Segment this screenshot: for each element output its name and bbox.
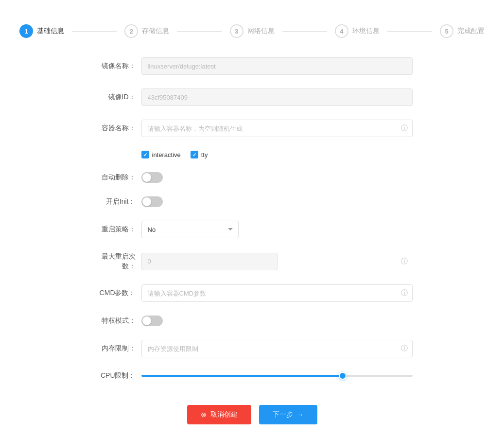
- cmd-input-wrapper: ⓘ: [141, 284, 413, 302]
- restart-policy-row: 重启策略： No always on-failure unless-stoppe…: [92, 221, 413, 238]
- checkbox-row: ✓ interactive ✓ tty: [141, 151, 413, 158]
- checkmark-interactive: ✓: [143, 152, 147, 158]
- stepper: 1 基础信息 2 存储信息 3 网络信息 4 环境信息: [0, 15, 504, 57]
- checkmark-tty: ✓: [192, 152, 196, 158]
- image-id-input[interactable]: [141, 88, 413, 106]
- step-1-circle: 1: [19, 24, 33, 38]
- init-toggle[interactable]: [141, 196, 163, 207]
- cpu-limit-row: CPU限制：: [92, 371, 413, 381]
- step-4: 4 环境信息: [335, 24, 380, 38]
- checkbox-interactive[interactable]: ✓ interactive: [141, 151, 181, 158]
- restart-policy-field: No always on-failure unless-stopped: [141, 221, 413, 238]
- button-row: ⊗ 取消创建 下一步 →: [0, 405, 504, 438]
- auto-delete-toggle[interactable]: [141, 172, 163, 183]
- memory-limit-label: 内存限制：: [92, 344, 136, 353]
- restart-policy-label: 重启策略：: [92, 225, 136, 234]
- info-icon-max-restart: ⓘ: [401, 257, 408, 266]
- step-3: 3 网络信息: [230, 24, 275, 38]
- image-name-input[interactable]: [141, 57, 413, 75]
- memory-limit-input-wrapper: ⓘ: [141, 340, 413, 357]
- max-restart-input-wrapper: ⓘ: [141, 253, 413, 270]
- step-4-circle: 4: [335, 24, 348, 38]
- cpu-limit-field: [141, 375, 413, 377]
- cancel-icon: ⊗: [201, 411, 207, 419]
- cpu-limit-label: CPU限制：: [92, 371, 136, 381]
- step-line-3: [282, 31, 327, 32]
- memory-limit-row: 内存限制： ⓘ: [92, 340, 413, 357]
- step-3-label: 网络信息: [247, 27, 275, 35]
- cmd-label: CMD参数：: [92, 288, 136, 298]
- memory-limit-input[interactable]: [141, 340, 413, 357]
- cpu-limit-slider[interactable]: [141, 375, 413, 377]
- next-button[interactable]: 下一步 →: [259, 405, 317, 424]
- container-name-label: 容器名称：: [92, 123, 136, 133]
- step-3-circle: 3: [230, 24, 243, 38]
- page-container: 1 基础信息 2 存储信息 3 网络信息 4 环境信息: [0, 0, 504, 438]
- step-2: 2 存储信息: [124, 24, 169, 38]
- checkbox-tty-box: ✓: [191, 151, 198, 158]
- privileged-label: 特权模式：: [92, 316, 136, 326]
- image-id-row: 镜像ID：: [92, 88, 413, 106]
- image-id-field: [141, 88, 413, 106]
- step-1-label: 基础信息: [37, 27, 64, 35]
- max-restart-row: 最大重启次数： ⓘ: [92, 252, 413, 271]
- next-label: 下一步: [273, 410, 293, 419]
- max-restart-field: ⓘ: [141, 253, 413, 270]
- checkbox-interactive-label: interactive: [152, 151, 181, 158]
- step-4-label: 环境信息: [352, 27, 380, 35]
- cancel-button[interactable]: ⊗ 取消创建: [187, 405, 251, 424]
- auto-delete-field: [141, 172, 413, 183]
- max-restart-input[interactable]: [141, 253, 278, 270]
- cmd-field: ⓘ: [141, 284, 413, 302]
- step-2-circle: 2: [124, 24, 138, 38]
- step-line-4: [387, 31, 432, 32]
- cmd-row: CMD参数： ⓘ: [92, 284, 413, 302]
- privileged-row: 特权模式：: [92, 315, 413, 326]
- restart-policy-select[interactable]: No always on-failure unless-stopped: [141, 221, 239, 238]
- checkbox-tty[interactable]: ✓ tty: [191, 151, 208, 158]
- container-name-field: ⓘ: [141, 120, 413, 137]
- step-5-circle: 5: [440, 24, 453, 38]
- checkbox-tty-label: tty: [201, 151, 208, 158]
- memory-limit-field: ⓘ: [141, 340, 413, 357]
- privileged-toggle[interactable]: [141, 315, 163, 326]
- next-arrow-icon: →: [297, 411, 304, 419]
- container-name-input-wrapper: ⓘ: [141, 120, 413, 137]
- step-5-label: 完成配置: [457, 27, 485, 35]
- step-line-1: [72, 31, 117, 32]
- init-row: 开启Init：: [92, 196, 413, 207]
- checkbox-interactive-box: ✓: [141, 151, 149, 158]
- init-field: [141, 196, 413, 207]
- step-5: 5 完成配置: [440, 24, 485, 38]
- step-2-label: 存储信息: [142, 27, 169, 35]
- image-name-field: [141, 57, 413, 75]
- cmd-input[interactable]: [141, 284, 413, 302]
- cancel-label: 取消创建: [210, 410, 238, 419]
- auto-delete-row: 自动删除：: [92, 172, 413, 183]
- privileged-field: [141, 315, 413, 326]
- form-container: 镜像名称： 镜像ID： 容器名称： ⓘ: [82, 57, 422, 381]
- auto-delete-label: 自动删除：: [92, 173, 136, 182]
- image-name-label: 镜像名称：: [92, 61, 136, 71]
- step-line-2: [177, 31, 222, 32]
- container-name-input[interactable]: [141, 120, 413, 137]
- max-restart-label: 最大重启次数：: [92, 252, 136, 271]
- step-1: 1 基础信息: [19, 24, 64, 38]
- image-name-row: 镜像名称：: [92, 57, 413, 75]
- container-name-row: 容器名称： ⓘ: [92, 120, 413, 137]
- init-label: 开启Init：: [92, 197, 136, 207]
- image-id-label: 镜像ID：: [92, 92, 136, 102]
